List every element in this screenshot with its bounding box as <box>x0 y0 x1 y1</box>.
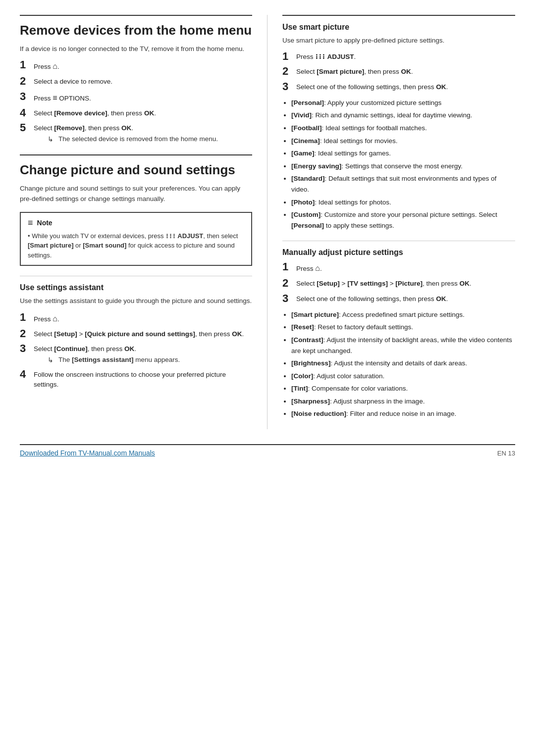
sp-step-num-3: 3 <box>282 81 296 93</box>
step1-text: Press <box>34 63 53 70</box>
ma-bullet-sharpness: [Sharpness]: Adjust sharpness in the ima… <box>291 396 515 407</box>
note-label: Note <box>37 219 53 227</box>
remove-devices-title: Remove devices from the home menu <box>20 23 252 38</box>
ma-bullet-brightness: [Brightness]: Adjust the intensity and d… <box>291 358 515 369</box>
sp-s3-ok: OK <box>436 83 446 91</box>
note-text3: or <box>73 242 83 249</box>
step-3: 3 Press OPTIONS. <box>20 91 252 104</box>
step2-text: Select a device to remove. <box>34 75 252 87</box>
section-manual-adjust: Manually adjust picture settings 1 Press… <box>282 241 515 419</box>
section-divider-2 <box>20 154 252 155</box>
note-adjust: ⫶⫶⫶ ADJUST <box>165 232 203 240</box>
section-divider-3 <box>20 276 252 276</box>
sa-s2-ok: OK <box>232 330 242 338</box>
right-divider-2 <box>282 241 515 241</box>
sa-step-4: 4 Follow the onscreen instructions to ch… <box>20 368 252 390</box>
ma-step-num-3: 3 <box>282 293 296 304</box>
bullet-game: [Game]: Ideal settings for games. <box>291 148 515 159</box>
settings-assistant-steps: 1 Press . 2 Select [Setup] > [Quick pict… <box>20 311 252 390</box>
sa-step-3: 3 Select [Continue], then press OK. ↳ Th… <box>20 343 252 365</box>
ma-bullet-smart: [Smart picture]: Access predefined smart… <box>291 309 515 320</box>
ma-step-num-1: 1 <box>282 261 296 273</box>
note-box: ≡ Note • While you watch TV or external … <box>20 212 252 266</box>
section-divider-top <box>20 15 252 16</box>
step5-bold: [Remove] <box>54 124 85 132</box>
left-column: Remove devices from the home menu If a d… <box>20 15 268 429</box>
ma-step-2: 2 Select [Setup] > [TV settings] > [Pict… <box>282 277 515 289</box>
note-text1: While you watch TV or external devices, … <box>32 232 165 240</box>
ma-s2-bold1: [Setup] <box>317 280 340 287</box>
smart-picture-intro: Use smart picture to apply pre-defined p… <box>282 36 515 46</box>
step-1: 1 Press . <box>20 59 252 72</box>
bullet-personal: [Personal]: Apply your customized pictur… <box>291 98 515 108</box>
right-divider-1 <box>282 15 515 16</box>
sp-step-num-1: 1 <box>282 50 296 62</box>
home-icon-1 <box>53 63 57 70</box>
sa-arrow-bold: [Settings assistant] <box>72 356 134 363</box>
page-footer: Downloaded From TV-Manual.com Manuals EN… <box>20 444 515 457</box>
step5-arrow: ↳ The selected device is removed from th… <box>48 134 252 145</box>
footer-page-num: EN 13 <box>497 450 515 457</box>
change-settings-intro: Change picture and sound settings to sui… <box>20 184 252 204</box>
sa-step-num-3: 3 <box>20 343 34 354</box>
ma-s2-bold2: [TV settings] <box>347 280 388 287</box>
sp-step-num-2: 2 <box>282 65 296 77</box>
smart-picture-steps: 1 Press ⫶⫶⫶ ADJUST. 2 Select [Smart pict… <box>282 50 515 93</box>
step4-bold: [Remove device] <box>54 109 107 117</box>
manual-adjust-title: Manually adjust picture settings <box>282 248 515 257</box>
settings-assistant-intro: Use the settings assistant to guide you … <box>20 296 252 306</box>
footer-link[interactable]: Downloaded From TV-Manual.com Manuals <box>20 449 155 457</box>
sp-s2-bold: [Smart picture] <box>317 68 364 75</box>
ma-bullet-reset: [Reset]: Reset to factory default settin… <box>291 322 515 333</box>
sa-step-2: 2 Select [Setup] > [Quick picture and so… <box>20 328 252 340</box>
step-5: 5 Select [Remove], then press OK. ↳ The … <box>20 122 252 145</box>
bullet-football: [Football]: Ideal settings for football … <box>291 123 515 134</box>
sa-step-1: 1 Press . <box>20 311 252 325</box>
step-num-5: 5 <box>20 122 34 134</box>
step-num-2: 2 <box>20 75 34 87</box>
sa-s3-ok: OK <box>124 345 134 353</box>
ma-bullet-noise: [Noise reduction]: Filter and reduce noi… <box>291 408 515 419</box>
change-settings-title: Change picture and sound settings <box>20 162 252 178</box>
note-header: ≡ Note <box>28 218 244 228</box>
bullet-photo: [Photo]: Ideal settings for photos. <box>291 197 515 208</box>
ma-s3-ok: OK <box>436 295 446 302</box>
ma-s2-ok: OK <box>459 280 469 287</box>
ma-step-1: 1 Press . <box>282 261 515 274</box>
remove-devices-steps: 1 Press . 2 Select a device to remove. 3… <box>20 59 252 145</box>
ma-step-3: 3 Select one of the following settings, … <box>282 293 515 304</box>
ma-bullet-contrast: [Contrast]: Adjust the intensity of back… <box>291 335 515 356</box>
note-text2: , then select <box>203 232 238 240</box>
bullet-cinema: [Cinema]: Ideal settings for movies. <box>291 136 515 147</box>
bullet-energy-saving: [Energy saving]: Settings that conserve … <box>291 161 515 172</box>
bullet-custom: [Custom]: Customize and store your perso… <box>291 209 515 231</box>
ma-step-num-2: 2 <box>282 277 296 289</box>
sp-step-3: 3 Select one of the following settings, … <box>282 81 515 93</box>
right-column: Use smart picture Use smart picture to a… <box>268 15 515 429</box>
step-num-4: 4 <box>20 107 34 119</box>
note-lines-icon: ≡ <box>28 218 33 228</box>
sa-step-num-4: 4 <box>20 368 34 380</box>
step-4: 4 Select [Remove device], then press OK. <box>20 107 252 119</box>
options-icon-1 <box>53 95 57 102</box>
settings-assistant-title: Use settings assistant <box>20 283 252 292</box>
step3-text: Press <box>34 95 53 102</box>
step-2: 2 Select a device to remove. <box>20 75 252 87</box>
arrow-sym-2: ↳ <box>48 355 58 365</box>
manual-adjust-steps: 1 Press . 2 Select [Setup] > [TV setting… <box>282 261 515 304</box>
section-remove-devices: Remove devices from the home menu If a d… <box>20 15 252 145</box>
step4-ok: OK <box>144 109 154 117</box>
ma-s2-bold3: [Picture] <box>395 280 423 287</box>
sp-step-2: 2 Select [Smart picture], then press OK. <box>282 65 515 77</box>
ma-bullet-tint: [Tint]: Compensate for color variations. <box>291 383 515 394</box>
sp-s2-ok: OK <box>401 68 411 75</box>
smart-picture-title: Use smart picture <box>282 23 515 32</box>
manual-adjust-bullets: [Smart picture]: Access predefined smart… <box>291 309 515 419</box>
sa-step4-text: Follow the onscreen instructions to choo… <box>34 368 252 390</box>
footer-lang: EN <box>497 450 506 457</box>
footer-page-number: 13 <box>508 450 515 457</box>
step-num-3: 3 <box>20 91 34 102</box>
note-bold2: [Smart sound] <box>83 242 126 249</box>
sa-s2-bold1: [Setup] <box>54 330 77 338</box>
sa-step3-arrow: ↳ The [Settings assistant] menu appears. <box>48 355 252 365</box>
